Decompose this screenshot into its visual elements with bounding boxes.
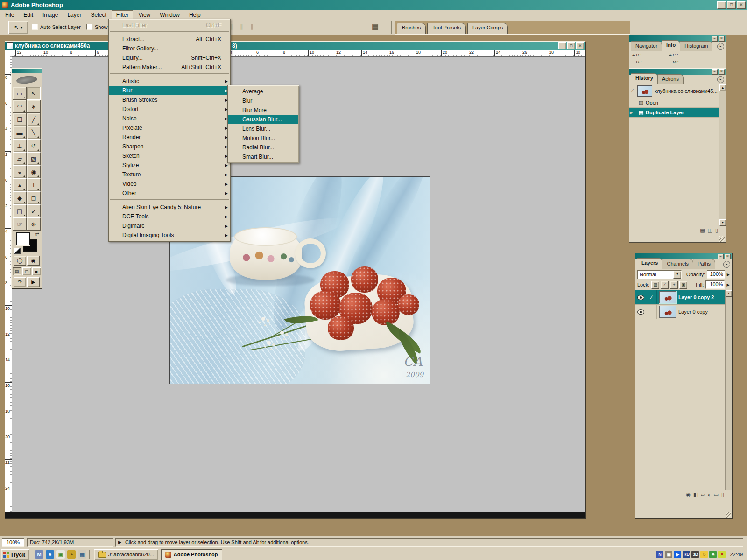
menu-item-smart-blur[interactable]: Smart Blur... xyxy=(228,152,298,161)
layer-thumbnail[interactable] xyxy=(659,306,676,318)
history-snapshot-row[interactable]: ∕ клубника со сливками45... xyxy=(629,84,726,98)
panel-close-button[interactable]: ✕ xyxy=(719,36,725,42)
tray-language-indicator[interactable]: RU xyxy=(683,551,690,558)
brush-tool[interactable]: ╲ xyxy=(27,126,41,139)
move-tool[interactable]: ↖ xyxy=(27,87,41,100)
menu-item-artistic[interactable]: Artistic▶ xyxy=(109,77,230,86)
healing-brush-tool[interactable]: ▬ xyxy=(13,126,27,139)
toolbox-drag-bar[interactable] xyxy=(12,69,42,73)
menu-filter[interactable]: Filter xyxy=(112,10,134,20)
doc-close-button[interactable]: ✕ xyxy=(576,42,584,49)
layer-mask-icon[interactable]: ◧ xyxy=(693,491,698,497)
menu-file[interactable]: File xyxy=(1,11,18,19)
picture-app-icon[interactable]: ▣ xyxy=(56,550,65,559)
layer-thumbnail[interactable] xyxy=(659,291,676,303)
blur-tool[interactable]: ◒ xyxy=(13,165,27,178)
swap-colors-icon[interactable]: ⇄ xyxy=(35,231,39,237)
menu-item-render[interactable]: Render▶ xyxy=(109,133,230,142)
layer-name[interactable]: Layer 0 copy xyxy=(678,309,708,315)
gradient-tool[interactable]: ▧ xyxy=(27,152,41,165)
adjustment-layer-icon[interactable]: ◐ xyxy=(708,492,711,497)
history-scrollbar[interactable]: ▲ ▼ xyxy=(719,84,726,226)
menu-item-motion-blur[interactable]: Motion Blur... xyxy=(228,133,298,143)
menu-item-digital-imaging-tools[interactable]: Digital Imaging Tools▶ xyxy=(109,231,230,240)
tray-icon-5[interactable]: 3D xyxy=(691,551,699,558)
visibility-cell[interactable] xyxy=(635,305,646,319)
fill-input[interactable]: 100% xyxy=(705,280,725,289)
custom-shape-tool[interactable]: ◻ xyxy=(27,191,41,204)
layers-scrollbar[interactable]: ▲ xyxy=(725,290,732,490)
horizontal-ruler[interactable]: 12108642024681012141618202224262830 xyxy=(12,50,585,57)
tab-layers[interactable]: Layers xyxy=(637,258,662,269)
close-button[interactable]: ✕ xyxy=(737,1,746,9)
eye-icon[interactable] xyxy=(637,295,644,300)
crop-tool[interactable]: ☐ xyxy=(13,113,27,126)
foreground-color-swatch[interactable] xyxy=(16,232,30,245)
eyedropper-tool[interactable]: ↙ xyxy=(27,204,41,217)
menu-select[interactable]: Select xyxy=(86,11,110,19)
lasso-tool[interactable]: ◠ xyxy=(13,100,27,113)
slice-tool[interactable]: ╱ xyxy=(27,113,41,126)
layer-set-icon[interactable]: ▱ xyxy=(701,491,705,497)
document-title-bar[interactable]: клубника со сливками450a 8) _ □ ✕ xyxy=(5,42,585,50)
history-state-open[interactable]: ▤Open xyxy=(629,98,726,108)
menu-layer[interactable]: Layer xyxy=(63,11,85,19)
resize-grip[interactable] xyxy=(726,512,731,518)
tab-navigator[interactable]: Navigator xyxy=(631,41,662,51)
lock-all-icon[interactable]: ▣ xyxy=(679,281,687,289)
scroll-down-icon[interactable]: ▼ xyxy=(719,219,726,226)
panel-collapse-button[interactable]: – xyxy=(712,69,718,75)
resize-grip[interactable] xyxy=(719,236,725,242)
tab-channels[interactable]: Channels xyxy=(662,259,693,269)
screen-mode-button-3[interactable]: ■ xyxy=(32,267,41,275)
menu-image[interactable]: Image xyxy=(38,11,62,19)
standard-mode-button[interactable]: ◯ xyxy=(14,256,26,266)
task-button-j-abracadabra-20[interactable]: J:\abracadabra\20... xyxy=(94,549,158,560)
menu-item-dce-tools[interactable]: DCE Tools▶ xyxy=(109,212,230,221)
clone-stamp-tool[interactable]: ⊥ xyxy=(13,139,27,152)
menu-window[interactable]: Window xyxy=(155,11,184,19)
screen-mode-button-1[interactable]: ▤ xyxy=(13,267,21,275)
menu-item-gaussian-blur[interactable]: Gaussian Blur... xyxy=(228,115,298,124)
lock-paint-icon[interactable]: ∕ xyxy=(661,281,669,289)
eye-icon[interactable] xyxy=(637,309,644,315)
tray-icon-3[interactable]: ▶ xyxy=(674,551,681,558)
menu-item-blur-more[interactable]: Blur More xyxy=(228,105,298,115)
toolbox-logo[interactable] xyxy=(12,73,42,87)
menu-item-pixelate[interactable]: Pixelate▶ xyxy=(109,123,230,133)
history-brush-source-cell[interactable] xyxy=(629,98,636,107)
menu-item-sketch[interactable]: Sketch▶ xyxy=(109,151,230,161)
internet-explorer-icon[interactable]: e xyxy=(46,550,54,559)
pen-tool[interactable]: ◆ xyxy=(13,191,27,204)
layer-effects-icon[interactable]: ◉ xyxy=(686,491,691,497)
rectangular-marquee-tool[interactable]: ▭ xyxy=(13,87,27,100)
imageready-button[interactable]: ↷ xyxy=(14,277,26,287)
well-tab-tool-presets[interactable]: Tool Presets xyxy=(427,23,466,34)
dodge-tool[interactable]: ◉ xyxy=(27,165,41,178)
well-tab-layer-comps[interactable]: Layer Comps xyxy=(467,23,508,34)
eraser-tool[interactable]: ▱ xyxy=(13,152,27,165)
panel-menu-button[interactable]: ▸ xyxy=(723,261,730,268)
new-layer-icon[interactable]: ▭ xyxy=(714,491,719,497)
panel-close-button[interactable]: ✕ xyxy=(719,69,725,75)
opacity-input[interactable]: 100% xyxy=(707,270,725,279)
scroll-up-icon[interactable]: ▲ xyxy=(726,290,732,297)
scroll-up-icon[interactable]: ▲ xyxy=(719,84,726,91)
tab-paths[interactable]: Paths xyxy=(693,259,715,269)
menu-item-distort[interactable]: Distort▶ xyxy=(109,105,230,114)
menu-item-noise[interactable]: Noise▶ xyxy=(109,114,230,123)
tab-history[interactable]: History xyxy=(631,73,658,84)
tray-icon-2[interactable]: ▣ xyxy=(665,551,672,558)
visibility-cell[interactable] xyxy=(635,290,646,304)
checkbox-box[interactable] xyxy=(86,24,92,30)
layer-row-layer-0-copy[interactable]: Layer 0 copy xyxy=(635,305,732,319)
doc-minimize-button[interactable]: _ xyxy=(558,42,566,49)
new-document-from-state-icon[interactable]: ▤ xyxy=(700,227,705,233)
lock-position-icon[interactable]: + xyxy=(670,281,678,289)
blend-mode-dropdown[interactable]: Normal ▼ xyxy=(637,270,682,279)
imageready-button[interactable]: ▶ xyxy=(27,277,40,287)
menu-item-blur[interactable]: Blur xyxy=(228,96,298,105)
history-brush-tool[interactable]: ↺ xyxy=(27,139,41,152)
path-selection-tool[interactable]: ▴ xyxy=(13,178,27,191)
menu-help[interactable]: Help xyxy=(185,11,205,19)
